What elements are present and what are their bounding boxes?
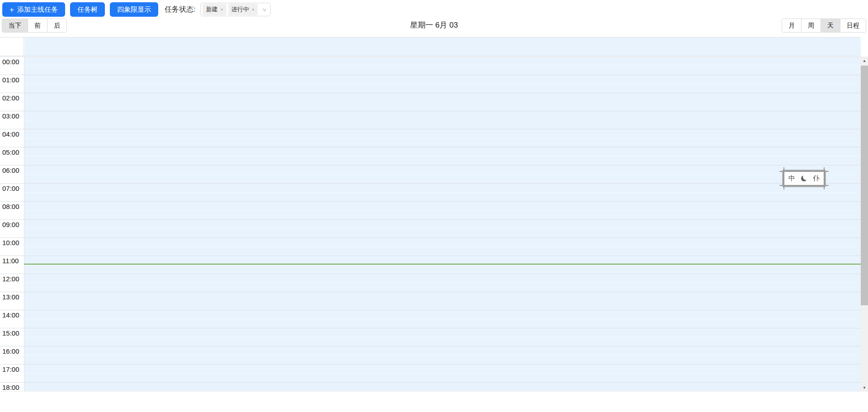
- half-hour-gridline: [24, 283, 861, 283]
- hour-label: 17:00: [2, 365, 19, 373]
- half-hour-gridline: [24, 66, 861, 66]
- hour-gridline: [0, 165, 861, 166]
- hour-label: 07:00: [2, 185, 19, 192]
- hour-gridline: [0, 219, 861, 220]
- hour-label: 02:00: [2, 94, 19, 102]
- half-hour-gridline: [24, 192, 861, 193]
- hour-label: 10:00: [2, 239, 19, 246]
- ime-punctuation-button[interactable]: 仆: [811, 173, 822, 184]
- quadrant-view-button[interactable]: 四象限显示: [110, 2, 158, 17]
- half-hour-gridline: [24, 84, 861, 84]
- half-hour-gridline: [24, 246, 861, 247]
- plus-icon: +: [9, 6, 14, 14]
- half-hour-gridline: [24, 138, 861, 138]
- hour-gridline: [0, 274, 861, 274]
- hour-gridline: [0, 57, 861, 57]
- status-tag-new-label: 新建: [206, 5, 217, 14]
- view-switcher-group: 月 周 天 日程: [782, 19, 866, 33]
- hour-label: 01:00: [2, 76, 19, 84]
- half-hour-gridline: [24, 337, 861, 337]
- ime-fullwidth-moon-icon[interactable]: [799, 173, 810, 184]
- hour-gridline: [0, 129, 861, 129]
- view-day-button[interactable]: 天: [821, 19, 840, 32]
- view-week-button[interactable]: 周: [801, 19, 821, 32]
- scroll-up-arrow-icon[interactable]: ▲: [861, 57, 868, 65]
- half-hour-gridline: [24, 373, 861, 374]
- hour-label: 05:00: [2, 148, 19, 156]
- hour-gridline: [0, 382, 861, 383]
- close-icon[interactable]: ×: [220, 7, 223, 12]
- hour-label: 06:00: [2, 166, 19, 174]
- ime-frame-mark: [779, 171, 829, 172]
- hour-label: 03:00: [2, 112, 19, 120]
- half-hour-gridline: [24, 210, 861, 211]
- hour-gridline: [0, 364, 861, 365]
- half-hour-gridline: [24, 319, 861, 319]
- hour-gridline: [0, 183, 861, 184]
- time-grid[interactable]: 00:0001:0002:0003:0004:0005:0006:0007:00…: [0, 57, 861, 392]
- half-hour-gridline: [24, 156, 861, 156]
- half-hour-gridline: [24, 301, 861, 301]
- half-hour-gridline: [24, 102, 861, 102]
- half-hour-gridline: [24, 391, 861, 392]
- chevron-down-icon[interactable]: ∨: [262, 7, 267, 13]
- close-icon[interactable]: ×: [252, 7, 255, 12]
- hour-gridline: [0, 328, 861, 328]
- half-hour-gridline: [24, 120, 861, 120]
- ime-frame-mark: [779, 185, 829, 186]
- hour-gridline: [0, 147, 861, 147]
- hour-label: 14:00: [2, 311, 19, 319]
- moon-icon: [801, 175, 807, 181]
- hour-gridline: [0, 111, 861, 111]
- hour-gridline: [0, 256, 861, 256]
- status-tag-new[interactable]: 新建 ×: [203, 4, 226, 15]
- task-status-multiselect[interactable]: 新建 × 进行中 × ∨: [200, 3, 271, 16]
- all-day-row: [0, 37, 861, 56]
- half-hour-gridline: [24, 174, 861, 175]
- add-main-task-label: 添加主线任务: [17, 5, 58, 14]
- hour-label: 08:00: [2, 203, 19, 210]
- hour-gridline: [0, 93, 861, 93]
- hour-label: 11:00: [2, 257, 19, 265]
- hour-gridline: [0, 310, 861, 310]
- current-date-title: 星期一 6月 03: [0, 20, 868, 30]
- half-hour-gridline: [24, 355, 861, 355]
- hour-label: 16:00: [2, 347, 19, 355]
- add-main-task-button[interactable]: + 添加主线任务: [2, 2, 65, 17]
- ime-chinese-mode-button[interactable]: 中: [787, 173, 797, 184]
- scroll-down-arrow-icon[interactable]: ▼: [861, 384, 868, 392]
- hour-gridline: [0, 201, 861, 202]
- view-schedule-button[interactable]: 日程: [840, 19, 866, 32]
- task-tree-button[interactable]: 任务树: [70, 2, 105, 17]
- quadrant-view-label: 四象限显示: [117, 5, 151, 14]
- all-day-slot[interactable]: [24, 38, 861, 56]
- ime-toolbar[interactable]: 中 仆: [783, 170, 826, 187]
- toolbar: + 添加主线任务 任务树 四象限显示 任务状态: 新建 × 进行中 × ∨: [2, 2, 271, 17]
- task-status-label: 任务状态:: [165, 5, 195, 14]
- hour-gridline: [0, 292, 861, 292]
- hour-gridline: [0, 237, 861, 238]
- half-hour-gridline: [24, 228, 861, 229]
- all-day-gutter: [0, 38, 24, 56]
- hour-gridline: [0, 75, 861, 75]
- hour-label: 13:00: [2, 293, 19, 301]
- hour-label: 00:00: [2, 58, 19, 66]
- scrollbar-thumb[interactable]: [861, 66, 868, 305]
- hour-label: 09:00: [2, 221, 19, 228]
- half-hour-gridline: [24, 265, 861, 265]
- hour-label: 15:00: [2, 329, 19, 337]
- view-month-button[interactable]: 月: [782, 19, 801, 32]
- hour-label: 12:00: [2, 275, 19, 283]
- hour-label: 04:00: [2, 130, 19, 138]
- hour-gridline: [0, 346, 861, 346]
- task-tree-label: 任务树: [77, 5, 98, 14]
- day-column[interactable]: [24, 57, 861, 392]
- status-tag-in-progress[interactable]: 进行中 ×: [228, 4, 258, 15]
- status-tag-in-progress-label: 进行中: [231, 5, 249, 14]
- vertical-scrollbar[interactable]: ▲ ▼: [861, 57, 868, 392]
- hour-label: 18:00: [2, 384, 19, 391]
